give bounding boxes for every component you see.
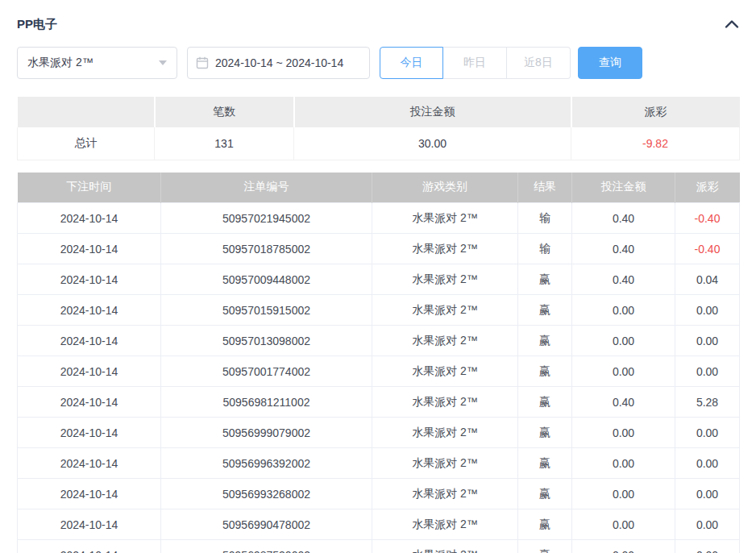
- cell-game-category: 水果派对 2™: [372, 479, 518, 509]
- cell-order-number: 50957009448002: [161, 264, 372, 295]
- summary-total-label: 总计: [18, 127, 155, 160]
- table-row: 2024-10-1450957018785002水果派对 2™输0.40-0.4…: [18, 234, 740, 264]
- cell-game-category: 水果派对 2™: [372, 448, 518, 479]
- query-button[interactable]: 查询: [578, 47, 642, 79]
- cell-result: 赢: [518, 509, 572, 540]
- cell-bet-amount: 0.00: [572, 295, 675, 326]
- header-result: 结果: [518, 173, 572, 203]
- cell-order-number: 50956993268002: [161, 479, 372, 509]
- summary-header-payout: 派彩: [571, 97, 740, 127]
- last-8-days-button[interactable]: 近8日: [507, 47, 571, 79]
- cell-result: 赢: [518, 540, 572, 553]
- summary-header-count: 笔数: [155, 97, 294, 127]
- quick-range-group: 今日 昨日 近8日: [380, 47, 571, 79]
- cell-bet-amount: 0.00: [572, 448, 675, 479]
- cell-result: 输: [518, 234, 572, 264]
- cell-result: 赢: [518, 264, 572, 295]
- cell-game-category: 水果派对 2™: [372, 387, 518, 418]
- cell-result: 赢: [518, 387, 572, 418]
- table-row: 2024-10-1450956987530002水果派对 2™赢0.000.00: [18, 540, 740, 553]
- cell-bet-time: 2024-10-14: [18, 356, 161, 387]
- cell-game-category: 水果派对 2™: [372, 295, 518, 326]
- cell-bet-time: 2024-10-14: [18, 234, 161, 264]
- cell-bet-amount: 0.00: [572, 479, 675, 509]
- cell-payout: 0.00: [675, 540, 740, 553]
- table-row: 2024-10-1450956999079002水果派对 2™赢0.000.00: [18, 418, 740, 448]
- bet-table-body: 2024-10-1450957021945002水果派对 2™输0.40-0.4…: [18, 203, 740, 553]
- chevron-down-icon: [159, 60, 167, 65]
- cell-payout: 0.00: [675, 295, 740, 326]
- filter-bar: 水果派对 2™ 2024-10-14 ~ 2024-10-14 今日 昨日 近8…: [17, 47, 739, 79]
- cell-bet-amount: 0.40: [572, 203, 675, 234]
- table-row: 2024-10-1450956996392002水果派对 2™赢0.000.00: [18, 448, 740, 479]
- cell-result: 赢: [518, 479, 572, 509]
- cell-order-number: 50956990478002: [161, 509, 372, 540]
- summary-header-row: 笔数 投注金额 派彩: [18, 97, 740, 127]
- cell-bet-amount: 0.40: [572, 387, 675, 418]
- cell-bet-amount: 0.00: [572, 326, 675, 356]
- table-row: 2024-10-1450956993268002水果派对 2™赢0.000.00: [18, 479, 740, 509]
- header-order-number: 注单编号: [161, 173, 372, 203]
- cell-bet-amount: 0.00: [572, 356, 675, 387]
- cell-payout: -0.40: [675, 234, 740, 264]
- cell-bet-amount: 0.40: [572, 264, 675, 295]
- yesterday-button[interactable]: 昨日: [443, 47, 507, 79]
- cell-game-category: 水果派对 2™: [372, 509, 518, 540]
- cell-result: 赢: [518, 356, 572, 387]
- cell-bet-time: 2024-10-14: [18, 264, 161, 295]
- cell-payout: 0.04: [675, 264, 740, 295]
- table-row: 2024-10-1450957021945002水果派对 2™输0.40-0.4…: [18, 203, 740, 234]
- table-row: 2024-10-1450957013098002水果派对 2™赢0.000.00: [18, 326, 740, 356]
- page-title: PP电子: [17, 17, 57, 32]
- cell-order-number: 50957021945002: [161, 203, 372, 234]
- bet-table: 下注时间 注单编号 游戏类别 结果 投注金额 派彩 2024-10-145095…: [17, 173, 740, 553]
- cell-order-number: 50956987530002: [161, 540, 372, 553]
- summary-header-bet-amount: 投注金额: [294, 97, 571, 127]
- cell-payout: -0.40: [675, 203, 740, 234]
- cell-order-number: 50956981211002: [161, 387, 372, 418]
- chevron-up-icon[interactable]: [725, 19, 739, 29]
- cell-bet-amount: 0.00: [572, 509, 675, 540]
- game-select[interactable]: 水果派对 2™: [17, 47, 177, 79]
- table-row: 2024-10-1450956981211002水果派对 2™赢0.405.28: [18, 387, 740, 418]
- header-payout: 派彩: [675, 173, 740, 203]
- cell-result: 赢: [518, 295, 572, 326]
- calendar-icon: [196, 56, 209, 69]
- cell-order-number: 50956999079002: [161, 418, 372, 448]
- cell-order-number: 50956996392002: [161, 448, 372, 479]
- date-range-value: 2024-10-14 ~ 2024-10-14: [215, 56, 343, 69]
- cell-game-category: 水果派对 2™: [372, 264, 518, 295]
- date-range-input[interactable]: 2024-10-14 ~ 2024-10-14: [187, 47, 370, 79]
- cell-order-number: 50957013098002: [161, 326, 372, 356]
- cell-payout: 0.00: [675, 448, 740, 479]
- table-row: 2024-10-1450957001774002水果派对 2™赢0.000.00: [18, 356, 740, 387]
- cell-game-category: 水果派对 2™: [372, 203, 518, 234]
- summary-total-count: 131: [155, 127, 294, 160]
- cell-game-category: 水果派对 2™: [372, 418, 518, 448]
- cell-bet-time: 2024-10-14: [18, 387, 161, 418]
- cell-bet-time: 2024-10-14: [18, 203, 161, 234]
- cell-bet-time: 2024-10-14: [18, 448, 161, 479]
- cell-bet-amount: 0.40: [572, 234, 675, 264]
- cell-result: 输: [518, 203, 572, 234]
- cell-bet-amount: 0.00: [572, 418, 675, 448]
- cell-result: 赢: [518, 418, 572, 448]
- cell-payout: 0.00: [675, 326, 740, 356]
- panel-header: PP电子: [17, 15, 739, 34]
- header-game-category: 游戏类别: [372, 173, 518, 203]
- cell-order-number: 50957001774002: [161, 356, 372, 387]
- cell-payout: 0.00: [675, 479, 740, 509]
- cell-game-category: 水果派对 2™: [372, 326, 518, 356]
- table-row: 2024-10-1450956990478002水果派对 2™赢0.000.00: [18, 509, 740, 540]
- today-button[interactable]: 今日: [380, 47, 443, 79]
- cell-order-number: 50957018785002: [161, 234, 372, 264]
- header-bet-amount: 投注金额: [572, 173, 675, 203]
- cell-order-number: 50957015915002: [161, 295, 372, 326]
- cell-game-category: 水果派对 2™: [372, 234, 518, 264]
- cell-payout: 0.00: [675, 356, 740, 387]
- table-row: 2024-10-1450957015915002水果派对 2™赢0.000.00: [18, 295, 740, 326]
- cell-payout: 5.28: [675, 387, 740, 418]
- cell-game-category: 水果派对 2™: [372, 540, 518, 553]
- cell-bet-time: 2024-10-14: [18, 540, 161, 553]
- cell-payout: 0.00: [675, 509, 740, 540]
